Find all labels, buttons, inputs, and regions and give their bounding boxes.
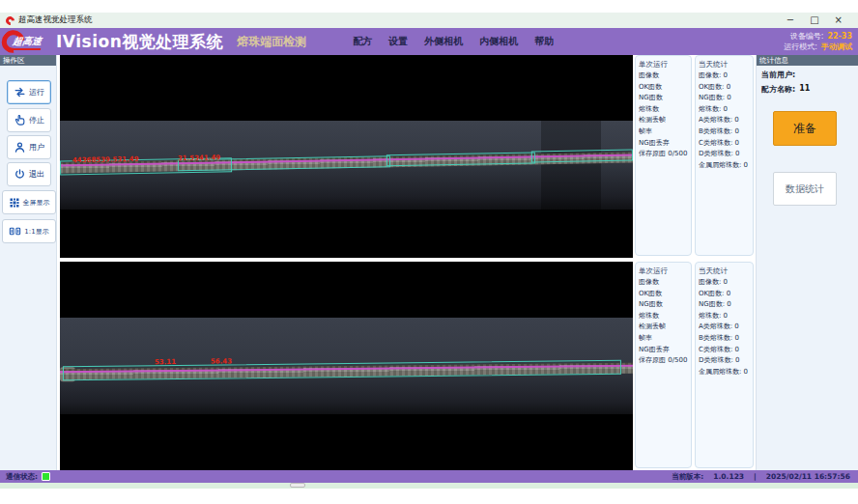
detection-box [63, 360, 621, 381]
menu-item-help[interactable]: 帮助 [534, 35, 554, 48]
close-button[interactable]: × [835, 13, 843, 28]
recipe-name-label: 配方名称: [761, 84, 795, 95]
stat-row: OK图数: 0 [699, 82, 750, 94]
brand-logo: 超高速 [0, 28, 56, 55]
one-to-one-display-label: 1:1显示 [24, 227, 48, 237]
stat-row: NG图数 [639, 93, 688, 104]
stat-row: 检测丢帧 [639, 322, 688, 333]
menu-item-inner-camera[interactable]: 内侧相机 [479, 35, 518, 48]
user-icon [14, 141, 26, 154]
stat-row: 保存原图 0/500 [639, 355, 688, 367]
stat-row: C类熔珠数: 0 [699, 345, 750, 356]
menu-item-recipe[interactable]: 配方 [353, 35, 372, 48]
info-panel-header: 统计信息 [757, 55, 858, 66]
daily-stats-panel-1: 当天统计 图像数: 0 OK图数: 0 NG图数: 0 熔珠数: 0 A类熔珠数… [695, 55, 754, 256]
window-title: 超高速视觉处理系统 [18, 14, 93, 26]
menu-item-settings[interactable]: 设置 [388, 35, 408, 48]
stat-row: 图像数 [639, 277, 688, 289]
main-menu: 配方 设置 外侧相机 内侧相机 帮助 [353, 35, 554, 48]
datetime-value: 2025/02/11 16:57:56 [766, 472, 850, 481]
maximize-button[interactable]: □ [810, 13, 818, 28]
measurement-annotation: 31.5341.49 [178, 154, 220, 162]
measurement-annotation: 53.11 [155, 358, 176, 366]
stat-row: NG图丢弃 [639, 138, 688, 150]
stat-row: D类熔珠数: 0 [699, 149, 750, 160]
app-logo-icon [4, 14, 16, 27]
page-subtitle: 熔珠端面检测 [237, 34, 306, 50]
stat-row: NG图数: 0 [699, 93, 750, 104]
version-value: 1.0.123 [713, 472, 744, 481]
app-window: 超高速视觉处理系统 − □ × 超高速 IVision视觉处理系统 熔珠端面检测… [0, 0, 858, 504]
panel-title: 单次运行 [639, 265, 688, 277]
run-button[interactable]: 运行 [7, 80, 51, 104]
measurement-annotation: 56.43 [211, 357, 232, 365]
current-user-label: 当前用户: [761, 70, 795, 80]
stat-row: B类熔珠数: 0 [699, 333, 750, 345]
stat-row: 熔珠数: 0 [699, 311, 750, 322]
panel-title: 当天统计 [699, 58, 750, 70]
stop-button-label: 停止 [29, 115, 44, 126]
sidebar-header: 操作区 [0, 55, 56, 66]
statistics-info-panel: 统计信息 当前用户: 配方名称: 11 准备 数据统计 [756, 55, 858, 470]
stat-row: D类熔珠数: 0 [699, 355, 750, 367]
user-button[interactable]: 用户 [7, 135, 51, 159]
stat-row: 检测丢帧 [639, 115, 688, 126]
comm-status-indicator-icon [42, 472, 50, 481]
exit-button[interactable]: 退出 [7, 162, 51, 186]
hand-icon [14, 114, 26, 126]
run-button-label: 运行 [29, 87, 44, 98]
panel-title: 单次运行 [639, 58, 688, 70]
stat-row: B类熔珠数: 0 [699, 126, 750, 138]
stat-row: 熔珠数 [639, 104, 688, 116]
camera-view-inner[interactable]: 53.11 56.43 [60, 262, 633, 470]
stat-row: 帧率 [639, 126, 688, 138]
daily-stats-panel-2: 当天统计 图像数: 0 OK图数: 0 NG图数: 0 熔珠数: 0 A类熔珠数… [695, 262, 754, 468]
user-button-label: 用户 [29, 142, 44, 153]
stat-row: NG图数 [639, 299, 688, 311]
stat-row: 金属屑熔珠数: 0 [699, 160, 750, 172]
data-statistics-button[interactable]: 数据统计 [773, 172, 837, 206]
prepare-button[interactable]: 准备 [773, 111, 837, 146]
fullscreen-grid-icon [9, 197, 20, 209]
stat-row: 帧率 [639, 333, 688, 345]
os-titlebar: 超高速视觉处理系统 − □ × [0, 13, 858, 28]
recipe-name-value: 11 [799, 84, 810, 95]
status-separator: | [754, 472, 757, 481]
run-mode-label: 运行模式: [784, 42, 817, 52]
stat-row: NG图数: 0 [699, 299, 750, 311]
stat-row: 图像数: 0 [699, 70, 750, 82]
stat-row: 保存原图 0/500 [639, 149, 688, 160]
panel-title: 当天统计 [699, 265, 750, 277]
stat-row: 金属屑熔珠数: 0 [699, 367, 750, 378]
version-label: 当前版本: [672, 472, 703, 482]
stat-row: OK图数 [639, 82, 688, 94]
stat-row: 熔珠数 [639, 311, 688, 322]
cycle-arrows-icon [14, 86, 26, 98]
fullscreen-display-button[interactable]: 全屏显示 [2, 190, 56, 214]
fullscreen-display-label: 全屏显示 [23, 198, 50, 208]
taskbar-handle [290, 483, 305, 488]
status-bar: 通信状态: 当前版本: 1.0.123 | 2025/02/11 16:57:5… [0, 470, 858, 483]
menu-item-outer-camera[interactable]: 外侧相机 [424, 35, 463, 48]
device-number-value: 22-33 [827, 31, 852, 42]
taskbar-strip [0, 483, 858, 489]
power-icon [14, 168, 26, 181]
stat-row: 熔珠数: 0 [699, 104, 750, 116]
camera-view-outer[interactable]: 44368539.531.49 31.5341.49 [60, 55, 633, 258]
single-run-stats-panel-2: 单次运行 图像数 OK图数 NG图数 熔珠数 检测丢帧 帧率 NG图丢弃 保存原… [635, 262, 692, 468]
window-controls: − □ × [786, 13, 852, 28]
comm-status-label: 通信状态: [6, 472, 38, 482]
stat-row: A类熔珠数: 0 [699, 115, 750, 126]
stat-row: 图像数: 0 [699, 277, 750, 289]
run-mode-value: 手动调试 [821, 42, 852, 52]
stat-row: C类熔珠数: 0 [699, 138, 750, 150]
one-to-one-display-button[interactable]: 1:1显示 [2, 219, 56, 243]
stop-button[interactable]: 停止 [7, 108, 51, 132]
minimize-button[interactable]: − [786, 13, 794, 28]
stat-row: OK图数: 0 [699, 289, 750, 300]
operation-sidebar: 操作区 运行 停止 [0, 55, 57, 470]
stat-row: OK图数 [639, 289, 688, 300]
brand-logo-text: 超高速 [12, 35, 43, 50]
app-header: 超高速 IVision视觉处理系统 熔珠端面检测 配方 设置 外侧相机 内侧相机… [0, 28, 858, 55]
stat-row: A类熔珠数: 0 [699, 322, 750, 333]
